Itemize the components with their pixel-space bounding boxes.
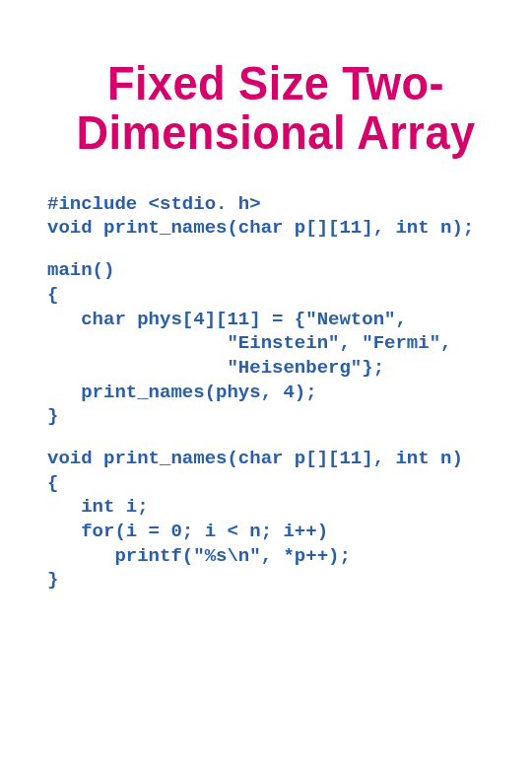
slide-container: Fixed Size Two-Dimensional Array #includ…: [0, 0, 532, 769]
code-block-2: main() { char phys[4][11] = {"Newton", "…: [47, 258, 504, 429]
spacer: [47, 429, 504, 447]
spacer: [47, 241, 504, 258]
code-block-3: void print_names(char p[][11], int n) { …: [47, 447, 504, 593]
code-block-1: #include <stdio. h> void print_names(cha…: [47, 192, 504, 241]
page-title: Fixed Size Two-Dimensional Array: [61, 59, 491, 159]
